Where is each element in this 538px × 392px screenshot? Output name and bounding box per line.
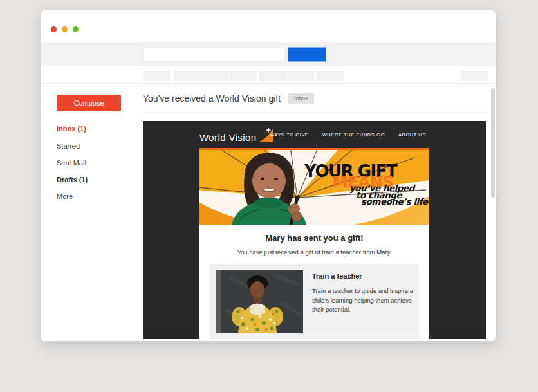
sidebar-item-starred[interactable]: Starred (57, 142, 80, 150)
settings-placeholder (461, 71, 488, 81)
email-body: World Vision WAYS TO GIVE WHERE THE FUND… (143, 121, 486, 339)
maximize-window-dot-icon[interactable] (73, 26, 79, 32)
tab-placeholder (259, 71, 286, 81)
sidebar-item-inbox[interactable]: Inbox (1) (57, 125, 86, 133)
tab-placeholder (287, 71, 314, 81)
compose-button[interactable]: Compose (57, 95, 121, 111)
inbox-label-badge: Inbox (288, 93, 314, 104)
search-input[interactable] (143, 47, 284, 62)
gift-card: Train a teacher Train a teacher to guide… (210, 264, 419, 339)
page-background: Compose Inbox (1) Starred Sent Mail Draf… (0, 0, 538, 392)
minimize-window-dot-icon[interactable] (62, 26, 68, 32)
teacher-photo (216, 270, 303, 333)
gift-card-description: Train a teacher to guide and inspire a c… (312, 286, 418, 315)
message-subject: You've received a World Vision gift (143, 93, 281, 104)
sidebar-item-drafts[interactable]: Drafts (1) (57, 176, 88, 183)
hero-line-life: someone’s life (361, 198, 428, 207)
gift-subheading: You have just received a gift of train a… (199, 248, 429, 256)
nav-about-us[interactable]: ABOUT US (398, 132, 426, 138)
world-vision-logo[interactable]: World Vision (199, 128, 274, 143)
sidebar-item-more[interactable]: More (57, 192, 73, 200)
tab-placeholder (317, 71, 344, 81)
sidebar-item-sent-mail[interactable]: Sent Mail (57, 159, 86, 167)
tab-placeholder (201, 71, 228, 81)
tab-placeholder (229, 71, 256, 81)
mail-tab-bar (41, 66, 496, 84)
header-divider (143, 112, 487, 113)
scrollbar-thumb[interactable] (491, 88, 495, 198)
tab-placeholder (174, 71, 201, 81)
email-content-column: YOUR GIFT MEANS you’ve helped to change … (199, 148, 429, 339)
tab-placeholder (143, 71, 170, 81)
gift-card-title: Train a teacher (312, 272, 418, 280)
browser-toolbar (41, 42, 496, 66)
nav-ways-to-give[interactable]: WAYS TO GIVE (270, 132, 309, 138)
gift-heading: Mary has sent you a gift! (199, 233, 429, 243)
nav-where-the-funds-go[interactable]: WHERE THE FUNDS GO (322, 132, 385, 138)
message-header: You've received a World Vision gift Inbo… (143, 91, 314, 106)
browser-window: Compose Inbox (1) Starred Sent Mail Draf… (41, 10, 496, 341)
gift-card-text: Train a teacher Train a teacher to guide… (312, 270, 418, 333)
email-nav: WAYS TO GIVE WHERE THE FUNDS GO ABOUT US (270, 121, 426, 148)
world-vision-wordmark: World Vision (199, 132, 256, 143)
close-window-dot-icon[interactable] (51, 26, 57, 32)
scrollbar[interactable] (490, 84, 496, 341)
hero-image: YOUR GIFT MEANS you’ve helped to change … (199, 150, 429, 225)
search-button[interactable] (288, 47, 326, 62)
window-titlebar (41, 10, 496, 42)
